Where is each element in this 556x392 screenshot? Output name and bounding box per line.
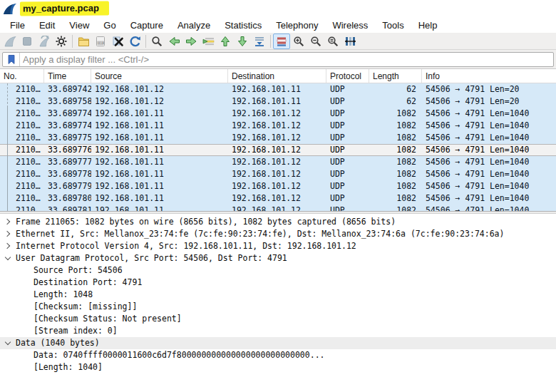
menu-item-view[interactable]: View: [62, 19, 96, 32]
reload-file-button[interactable]: [126, 33, 143, 49]
go-first-packet-button[interactable]: [217, 33, 234, 49]
cell-info: 54506 → 4791 Len=1040: [422, 120, 556, 132]
column-header-source[interactable]: Source: [91, 69, 228, 83]
go-back-button[interactable]: [165, 33, 182, 49]
column-header-protocol[interactable]: Protocol: [326, 69, 369, 83]
go-to-packet-icon: [202, 36, 215, 47]
menu-item-tools[interactable]: Tools: [375, 19, 411, 32]
cell-protocol: UDP: [326, 108, 369, 120]
auto-scroll-button[interactable]: [251, 33, 268, 49]
cell-time: 33.689778: [44, 168, 91, 180]
cell-time: 33.689777: [44, 156, 91, 168]
detail-line-selected[interactable]: Data (1040 bytes): [0, 337, 556, 349]
detail-line[interactable]: Frame 211065: 1082 bytes on wire (8656 b…: [0, 216, 556, 228]
bookmark-icon: [8, 55, 15, 64]
packet-detail-pane: Frame 211065: 1082 bytes on wire (8656 b…: [0, 214, 556, 373]
open-file-icon: [78, 36, 90, 47]
collapse-chevron-icon[interactable]: [5, 254, 11, 260]
packet-row[interactable]: 2110…33.689774192.168.101.11192.168.101.…: [0, 120, 556, 132]
cell-info: 54506 → 4791 Len=1040: [422, 145, 556, 155]
packet-row[interactable]: 2110…33.689774192.168.101.11192.168.101.…: [0, 108, 556, 120]
save-file-icon: 010: [95, 36, 106, 47]
expand-chevron-icon[interactable]: [4, 231, 10, 237]
detail-line[interactable]: [Length: 1040]: [0, 361, 556, 373]
detail-line-text: [Checksum Status: Not present]: [34, 314, 182, 324]
packet-row[interactable]: 2110…33.689778192.168.101.11192.168.101.…: [0, 168, 556, 180]
menu-item-telephony[interactable]: Telephony: [269, 19, 325, 32]
cell-info: 54506 → 4791 Len=1040: [422, 108, 556, 120]
stop-capture-button[interactable]: [19, 33, 36, 49]
cell-source: 192.168.101.11: [91, 145, 228, 155]
cell-info: 54506 → 4791 Len=20: [422, 83, 556, 96]
column-header-time[interactable]: Time: [44, 69, 91, 83]
cell-destination: 192.168.101.12: [228, 132, 326, 144]
packet-row[interactable]: 2110…33.689758192.168.101.12192.168.101.…: [0, 96, 556, 108]
detail-line[interactable]: [Checksum Status: Not present]: [0, 313, 556, 325]
packet-row[interactable]: 2110…33.689780192.168.101.11192.168.101.…: [0, 192, 556, 205]
cell-time: 33.689758: [44, 96, 91, 108]
zoom-reset-icon: [327, 36, 339, 47]
detail-line[interactable]: [Stream index: 0]: [0, 325, 556, 337]
cell-destination: 192.168.101.12: [228, 205, 326, 211]
detail-line[interactable]: Source Port: 54506: [0, 264, 556, 277]
go-last-packet-button[interactable]: [234, 33, 251, 49]
detail-line-text: [Length: 1040]: [34, 362, 103, 372]
menu-item-help[interactable]: Help: [411, 19, 445, 32]
column-header-info[interactable]: Info: [422, 69, 556, 83]
column-header-length[interactable]: Length: [369, 69, 422, 83]
detail-line[interactable]: Destination Port: 4791: [0, 277, 556, 289]
packet-row[interactable]: 2110…33.689779192.168.101.11192.168.101.…: [0, 180, 556, 192]
resize-columns-button[interactable]: [341, 33, 359, 49]
colorize-button[interactable]: [273, 33, 290, 49]
go-forward-button[interactable]: [182, 33, 200, 49]
zoom-reset-button[interactable]: [324, 33, 341, 49]
detail-line-text: Source Port: 54506: [34, 265, 123, 275]
close-file-button[interactable]: [109, 33, 126, 49]
cell-source: 192.168.101.11: [91, 108, 228, 120]
zoom-in-icon: [293, 36, 304, 47]
go-to-packet-button[interactable]: [200, 33, 217, 49]
capture-options-button[interactable]: [53, 33, 70, 49]
packet-row[interactable]: 2110…33.689777192.168.101.11192.168.101.…: [0, 156, 556, 168]
menu-item-file[interactable]: File: [3, 19, 32, 32]
detail-line[interactable]: [Checksum: [missing]]: [0, 301, 556, 313]
zoom-in-button[interactable]: [290, 33, 307, 49]
cell-time: 33.689774: [44, 108, 91, 120]
detail-line-text: Length: 1048: [34, 289, 93, 299]
detail-line[interactable]: Ethernet II, Src: Mellanox_23:74:fe (7c:…: [0, 228, 556, 240]
collapse-chevron-icon[interactable]: [5, 339, 11, 345]
display-filter-input[interactable]: [20, 53, 553, 66]
detail-line[interactable]: Internet Protocol Version 4, Src: 192.16…: [0, 240, 556, 252]
cell-time: 33.689779: [44, 180, 91, 192]
cell-source: 192.168.101.12: [91, 96, 228, 108]
menu-item-go[interactable]: Go: [96, 19, 123, 32]
zoom-out-button[interactable]: [307, 33, 324, 49]
menu-item-wireless[interactable]: Wireless: [325, 19, 375, 32]
detail-line[interactable]: Length: 1048: [0, 289, 556, 301]
expand-chevron-icon[interactable]: [4, 219, 10, 225]
restart-capture-button[interactable]: [36, 33, 53, 49]
column-header-destination[interactable]: Destination: [228, 69, 326, 83]
detail-line[interactable]: User Datagram Protocol, Src Port: 54506,…: [0, 252, 556, 264]
capture-options-icon: [56, 36, 67, 47]
packet-row[interactable]: 2110…33.689781192.168.101.11192.168.101.…: [0, 205, 556, 211]
menu-item-edit[interactable]: Edit: [32, 19, 62, 32]
packet-row[interactable]: 2110…33.689775192.168.101.11192.168.101.…: [0, 132, 556, 144]
packet-row-selected[interactable]: 2110…33.689776192.168.101.11192.168.101.…: [0, 144, 556, 156]
find-packet-button[interactable]: [148, 33, 165, 49]
filter-bookmark-button[interactable]: [3, 53, 20, 66]
find-packet-icon: [151, 36, 163, 47]
start-capture-button[interactable]: [1, 33, 19, 49]
cell-destination: 192.168.101.12: [228, 156, 326, 168]
column-header-no[interactable]: No.: [0, 69, 44, 83]
save-file-button[interactable]: 010: [92, 33, 109, 49]
open-file-button[interactable]: [75, 33, 92, 49]
menu-item-statistics[interactable]: Statistics: [217, 19, 269, 32]
packet-row[interactable]: 2110…33.689742192.168.101.12192.168.101.…: [0, 83, 556, 96]
menu-item-analyze[interactable]: Analyze: [170, 19, 217, 32]
menu-item-capture[interactable]: Capture: [123, 19, 170, 32]
cell-source: 192.168.101.11: [91, 168, 228, 180]
cell-protocol: UDP: [326, 180, 369, 192]
expand-chevron-icon[interactable]: [4, 243, 10, 249]
detail-line[interactable]: Data: 0740ffff0000011600c6d7f80000000000…: [0, 349, 556, 361]
